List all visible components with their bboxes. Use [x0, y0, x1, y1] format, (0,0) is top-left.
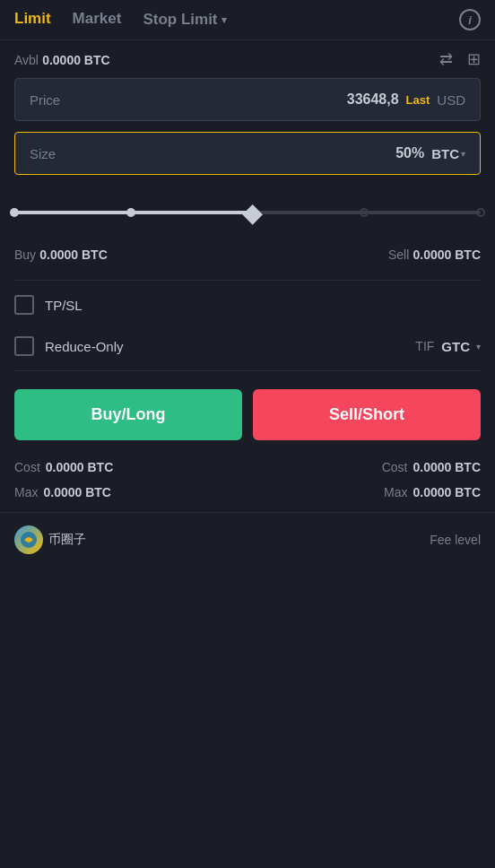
tif-section: TIF GTC ▾ — [415, 339, 481, 354]
tab-bar: Limit Market Stop Limit ▾ i — [0, 0, 495, 40]
size-right: 50% BTC ▾ — [395, 145, 465, 161]
buy-info: Buy 0.0000 BTC — [14, 247, 108, 262]
transfer-icon[interactable]: ⇄ — [439, 49, 453, 69]
size-label: Size — [30, 146, 56, 161]
currency-dropdown-arrow: ▾ — [461, 149, 465, 159]
sell-max-value: 0.0000 BTC — [413, 485, 481, 499]
size-value: 50% — [395, 145, 424, 161]
buy-cost-label: Cost — [14, 460, 40, 474]
max-row: Max 0.0000 BTC Max 0.0000 BTC — [14, 480, 481, 505]
balance-icons: ⇄ ⊞ — [439, 49, 481, 69]
divider-2 — [14, 370, 481, 371]
reduce-only-label: Reduce-Only — [45, 339, 124, 354]
tab-limit[interactable]: Limit — [14, 10, 51, 30]
price-label: Price — [30, 92, 60, 108]
info-icon[interactable]: i — [459, 9, 481, 30]
slider-thumb[interactable] — [242, 204, 263, 225]
buy-max-display: Max 0.0000 BTC — [14, 485, 111, 499]
sell-max-label: Max — [384, 485, 407, 499]
chevron-down-icon: ▾ — [221, 14, 227, 26]
balance-value: 0.0000 BTC — [42, 53, 109, 67]
slider-dot-75[interactable] — [360, 208, 369, 217]
buy-cost-display: Cost 0.0000 BTC — [14, 460, 113, 474]
slider-track[interactable] — [14, 211, 481, 214]
buy-max-label: Max — [14, 485, 38, 499]
price-value: 33648,8 — [347, 91, 399, 108]
price-right: 33648,8 Last USD — [347, 91, 465, 108]
tab-market[interactable]: Market — [73, 10, 122, 30]
size-field[interactable]: Size 50% BTC ▾ — [14, 132, 481, 175]
buy-long-button[interactable]: Buy/Long — [14, 389, 242, 440]
sell-cost-display: Cost 0.0000 BTC — [382, 460, 481, 474]
tif-value: GTC — [441, 339, 470, 354]
slider-dot-100[interactable] — [476, 208, 485, 217]
slider-container — [0, 186, 495, 247]
action-buttons: Buy/Long Sell/Short — [0, 375, 495, 451]
balance-row: Avbl 0.0000 BTC ⇄ ⊞ — [0, 40, 495, 78]
footer: 币圈子 Fee level — [0, 512, 495, 563]
fee-level-link[interactable]: Fee level — [430, 533, 481, 547]
sell-cost-label: Cost — [382, 460, 408, 474]
reduce-only-row: Reduce-Only TIF GTC ▾ — [0, 326, 495, 367]
cost-max-section: Cost 0.0000 BTC Cost 0.0000 BTC Max 0.00… — [0, 451, 495, 505]
sell-value: 0.0000 BTC — [413, 247, 481, 262]
tp-sl-row: TP/SL — [0, 284, 495, 326]
slider-dot-25[interactable] — [126, 208, 135, 217]
balance-label: Avbl — [14, 53, 39, 67]
sell-info: Sell 0.0000 BTC — [388, 247, 481, 262]
tif-dropdown-arrow: ▾ — [476, 342, 481, 352]
stop-limit-label: Stop Limit — [143, 11, 217, 29]
buy-value: 0.0000 BTC — [39, 247, 107, 262]
buy-cost-value: 0.0000 BTC — [46, 460, 113, 474]
divider-1 — [14, 280, 481, 281]
footer-logo: 币圈子 — [14, 525, 86, 554]
cost-row: Cost 0.0000 BTC Cost 0.0000 BTC — [14, 455, 481, 480]
slider-dot-0[interactable] — [10, 208, 19, 217]
sell-short-button[interactable]: Sell/Short — [253, 389, 481, 440]
buy-label: Buy — [14, 247, 36, 262]
tp-sl-label: TP/SL — [45, 298, 82, 313]
tp-sl-checkbox[interactable] — [14, 295, 34, 315]
calculator-icon[interactable]: ⊞ — [467, 49, 481, 69]
tif-select[interactable]: GTC ▾ — [441, 339, 481, 354]
buy-max-value: 0.0000 BTC — [43, 485, 110, 499]
price-currency: USD — [437, 92, 465, 108]
size-currency: BTC — [431, 146, 459, 161]
sell-max-display: Max 0.0000 BTC — [384, 485, 481, 499]
currency-selector[interactable]: BTC ▾ — [431, 146, 465, 161]
last-badge: Last — [406, 93, 430, 107]
sell-cost-value: 0.0000 BTC — [413, 460, 481, 474]
buy-sell-row: Buy 0.0000 BTC Sell 0.0000 BTC — [0, 247, 495, 276]
balance-display: Avbl 0.0000 BTC — [14, 52, 110, 67]
slider-fill — [14, 211, 256, 214]
logo-text: 币圈子 — [48, 532, 86, 548]
price-field[interactable]: Price 33648,8 Last USD — [14, 78, 481, 121]
logo-icon — [14, 525, 43, 554]
sell-label: Sell — [388, 247, 409, 262]
reduce-only-checkbox[interactable] — [14, 336, 34, 356]
tab-stop-limit[interactable]: Stop Limit ▾ — [143, 11, 226, 29]
tif-label: TIF — [415, 339, 434, 353]
